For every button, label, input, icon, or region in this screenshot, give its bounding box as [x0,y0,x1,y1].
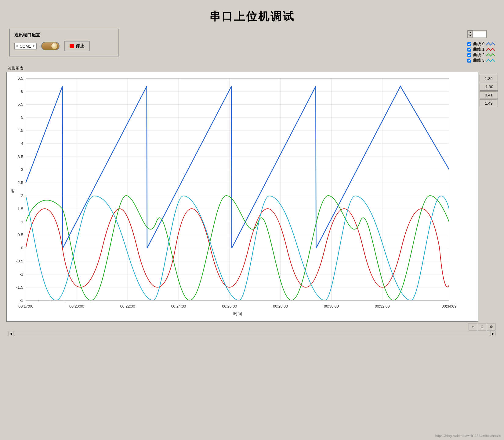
value-spin-down[interactable]: ▼ [468,34,473,38]
curve-3-checkbox[interactable] [467,59,471,63]
svg-text:00:30:00: 00:30:00 [324,304,339,308]
svg-text:00:26:00: 00:26:00 [222,304,237,308]
right-values: 1.89 -1.90 0.41 1.49 [480,72,498,322]
value-spin-up[interactable]: ▲ [468,31,473,34]
chart-section-label: 波形图表 [6,66,498,71]
waveform-svg: 6.5 6 5.5 5 4.5 4 3.5 3 2.5 2 1.5 1 0.5 … [7,72,478,321]
svg-text:00:28:00: 00:28:00 [273,304,288,308]
settings-button[interactable]: ⚙ [487,323,495,330]
curve-2-label: 曲线 2 [473,52,484,58]
watermark: https://blog.csdn.net/whik1194/article/d… [435,434,501,438]
svg-text:5: 5 [21,115,24,120]
toggle-knob [51,43,58,49]
svg-text:-2: -2 [20,298,23,303]
svg-text:5.5: 5.5 [17,102,23,107]
scroll-left-arrow[interactable]: ◀ [9,331,13,336]
value-readout-0: 1.89 [480,75,498,82]
curve-2-icon [486,52,495,57]
curve-3-icon [486,58,495,63]
curve-0-icon [486,41,495,46]
chart-section: 波形图表 [3,66,501,336]
svg-text:4.5: 4.5 [17,128,23,133]
value-input-wrapper: ▲ ▼ 0 [467,30,487,38]
svg-rect-0 [7,72,478,321]
svg-text:00:24:00: 00:24:00 [171,304,186,308]
svg-text:00:32:00: 00:32:00 [375,304,390,308]
svg-text:3.5: 3.5 [17,154,23,159]
stop-indicator [70,44,74,48]
scrollbar-row: ◀ ▶ [6,331,498,336]
value-readout-1: -1.90 [480,83,498,91]
page-title: 串口上位机调试 [3,3,501,29]
svg-text:幅: 幅 [11,189,16,193]
svg-text:00:22:00: 00:22:00 [120,304,135,308]
curve-0-label: 曲线 0 [473,41,484,47]
chart-area: 6.5 6 5.5 5 4.5 4 3.5 3 2.5 2 1.5 1 0.5 … [6,72,498,322]
svg-text:6.5: 6.5 [17,76,23,81]
curve-1-icon [486,47,495,52]
comm-config-title: 通讯端口配置 [14,32,112,38]
svg-text:00:17:06: 00:17:06 [18,304,33,308]
bottom-toolbar: + ⊙ ⚙ [6,322,498,331]
svg-text:4: 4 [21,141,24,146]
port-dropdown-arrow[interactable]: ▼ [32,45,35,48]
curve-row-1: 曲线 1 [467,47,495,52]
svg-text:1: 1 [21,220,24,224]
svg-text:2.5: 2.5 [17,180,23,185]
svg-text:-1.5: -1.5 [16,285,23,290]
toggle-button[interactable] [41,42,60,50]
value-readout-2: 0.41 [480,91,498,99]
scrollbar-track[interactable] [14,331,490,336]
value-input-row: ▲ ▼ 0 [467,30,487,38]
svg-text:2: 2 [21,193,24,198]
svg-text:0: 0 [21,246,24,250]
curve-2-checkbox[interactable] [467,53,471,57]
svg-text:1.5: 1.5 [17,207,23,211]
zoom-in-button[interactable]: + [469,323,477,330]
curve-1-label: 曲线 1 [473,47,484,52]
value-spinners: ▲ ▼ [468,31,473,38]
curve-0-checkbox[interactable] [467,42,471,46]
curve-row-0: 曲线 0 [467,41,495,47]
svg-text:时间: 时间 [233,311,242,316]
stop-label: 停止 [76,43,84,49]
zoom-reset-button[interactable]: ⊙ [478,323,486,330]
svg-text:6: 6 [21,89,24,94]
curve-list: 曲线 0 曲线 1 曲线 2 [467,41,495,63]
scroll-right-arrow[interactable]: ▶ [491,331,495,336]
curve-row-2: 曲线 2 [467,52,495,58]
comm-config-box: 通讯端口配置 0 COM1 ▼ 停止 [9,29,119,56]
svg-text:0.5: 0.5 [17,233,23,237]
port-text: COM1 [18,44,32,49]
value-input[interactable]: 0 [473,31,486,37]
value-readout-3: 1.49 [480,99,498,107]
right-controls: ▲ ▼ 0 曲线 0 曲线 1 [467,30,495,63]
svg-text:00:20:00: 00:20:00 [69,304,84,308]
port-number-label: 0 [16,44,18,48]
curve-row-3: 曲线 3 [467,58,495,63]
port-selector[interactable]: 0 COM1 ▼ [14,43,37,49]
top-controls: 通讯端口配置 0 COM1 ▼ 停止 [3,29,501,63]
comm-controls: 0 COM1 ▼ 停止 [14,41,112,51]
curve-3-label: 曲线 3 [473,58,484,63]
stop-button[interactable]: 停止 [64,41,90,51]
chart-wrapper[interactable]: 6.5 6 5.5 5 4.5 4 3.5 3 2.5 2 1.5 1 0.5 … [6,72,478,322]
svg-text:3: 3 [21,168,24,172]
svg-text:-0.5: -0.5 [16,259,23,263]
svg-text:-1: -1 [20,272,23,276]
main-container: 串口上位机调试 通讯端口配置 0 COM1 ▼ 停止 [0,0,504,440]
svg-text:00:34:09: 00:34:09 [442,304,457,308]
curve-1-checkbox[interactable] [467,48,471,52]
